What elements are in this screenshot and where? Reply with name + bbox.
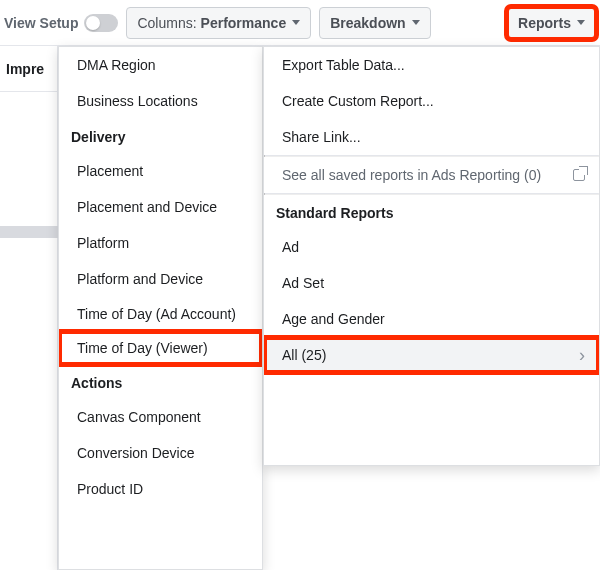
breakdown-button[interactable]: Breakdown (319, 7, 430, 39)
menu-item[interactable]: Time of Day (Ad Account) (59, 297, 262, 331)
menu-item-saved-reports[interactable]: See all saved reports in Ads Reporting (… (264, 157, 599, 193)
menu-item-all[interactable]: All (25) › (264, 337, 599, 373)
table-left-column: Impre (0, 46, 58, 570)
column-header-impressions: Impre (0, 46, 57, 92)
view-setup-toggle[interactable] (84, 14, 118, 32)
menu-item-time-of-day-viewer[interactable]: Time of Day (Viewer) (59, 331, 262, 365)
menu-item[interactable]: Ad (264, 229, 599, 265)
menu-item-label: Age and Gender (282, 310, 385, 328)
menu-item[interactable]: Canvas Component (59, 399, 262, 435)
menu-section-header: Delivery (59, 119, 262, 153)
menu-item-label: See all saved reports in Ads Reporting (… (282, 166, 541, 184)
columns-dropdown: DMA Region Business Locations Delivery P… (58, 46, 263, 570)
menu-item[interactable]: Placement and Device (59, 189, 262, 225)
menu-item[interactable]: Age and Gender (264, 301, 599, 337)
chevron-right-icon: › (579, 348, 585, 362)
menu-item-label: All (25) (282, 346, 326, 364)
menu-item-label: Share Link... (282, 128, 361, 146)
menu-item[interactable]: Ad Set (264, 265, 599, 301)
columns-button[interactable]: Columns: Performance (126, 7, 311, 39)
menu-item[interactable]: Product ID (59, 471, 262, 507)
view-setup-label: View Setup (4, 15, 78, 31)
menu-item-label: Ad Set (282, 274, 324, 292)
menu-item-label: Canvas Component (77, 408, 201, 426)
menu-item[interactable]: Platform (59, 225, 262, 261)
columns-value: Performance (201, 15, 287, 31)
menu-item-label: Placement and Device (77, 198, 217, 216)
external-link-icon (573, 169, 585, 181)
menu-item[interactable]: Placement (59, 153, 262, 189)
menu-item-label: Export Table Data... (282, 56, 405, 74)
menu-item-label: Time of Day (Ad Account) (77, 305, 236, 323)
menu-item[interactable]: DMA Region (59, 47, 262, 83)
menu-item-label: Time of Day (Viewer) (77, 339, 208, 357)
menu-item[interactable]: Conversion Device (59, 435, 262, 471)
breakdown-label: Breakdown (330, 15, 405, 31)
menu-item-label: Placement (77, 162, 143, 180)
menu-section-header: Standard Reports (264, 195, 599, 229)
reports-dropdown: Export Table Data... Create Custom Repor… (263, 46, 600, 466)
reports-label: Reports (518, 15, 571, 31)
menu-item-label: Product ID (77, 480, 143, 498)
menu-section-header: Actions (59, 365, 262, 399)
menu-item-label: Conversion Device (77, 444, 195, 462)
view-setup-group: View Setup (4, 14, 118, 32)
menu-item-export[interactable]: Export Table Data... (264, 47, 599, 83)
caret-down-icon (412, 20, 420, 25)
caret-down-icon (292, 20, 300, 25)
reports-button[interactable]: Reports (507, 7, 596, 39)
columns-prefix: Columns: (137, 15, 196, 31)
menu-item[interactable]: Business Locations (59, 83, 262, 119)
caret-down-icon (577, 20, 585, 25)
menu-item[interactable]: Platform and Device (59, 261, 262, 297)
menu-item-create-report[interactable]: Create Custom Report... (264, 83, 599, 119)
menu-item-label: Platform (77, 234, 129, 252)
menu-item-label: DMA Region (77, 56, 156, 74)
menu-item-label: Ad (282, 238, 299, 256)
menu-item-share-link[interactable]: Share Link... (264, 119, 599, 155)
table-row-placeholder (0, 226, 58, 238)
menu-item-label: Platform and Device (77, 270, 203, 288)
menu-item-label: Create Custom Report... (282, 92, 434, 110)
menu-item-label: Business Locations (77, 92, 198, 110)
toolbar: View Setup Columns: Performance Breakdow… (0, 0, 600, 46)
stage: Impre DMA Region Business Locations Deli… (0, 46, 600, 570)
